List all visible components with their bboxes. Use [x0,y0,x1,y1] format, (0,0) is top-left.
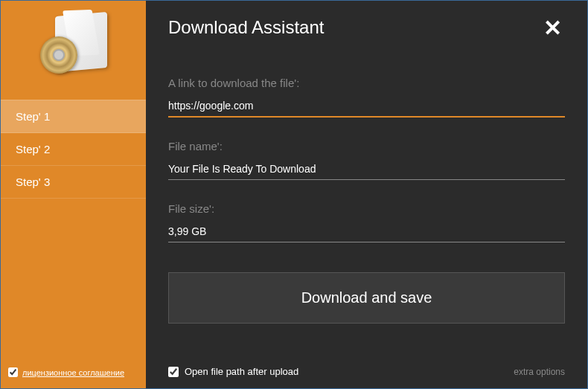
open-path-toggle[interactable]: Open file path after upload [168,366,298,377]
license-agreement: лицензионное соглашение [8,367,124,377]
steps-list: Step' 1 Step' 2 Step' 3 [1,100,146,199]
step-2[interactable]: Step' 2 [1,133,146,166]
license-checkbox[interactable] [8,367,18,377]
page-title: Download Assistant [168,17,324,38]
extra-options-link[interactable]: extra options [514,367,565,377]
bottom-row: Open file path after upload extra option… [168,366,565,377]
sidebar: Step' 1 Step' 2 Step' 3 лицензионное сог… [1,1,146,388]
filesize-label: File size': [168,202,565,215]
filename-field-group: File name': [168,140,565,180]
header: Download Assistant ✕ [168,17,565,39]
installer-icon [40,14,107,77]
filesize-input[interactable] [168,222,565,242]
step-1[interactable]: Step' 1 [1,100,146,133]
close-icon[interactable]: ✕ [540,17,565,39]
filesize-field-group: File size': [168,202,565,242]
link-label: A link to download the file': [168,77,565,89]
main-panel: Download Assistant ✕ A link to download … [146,1,587,388]
license-link[interactable]: лицензионное соглашение [22,368,124,377]
filename-input[interactable] [168,160,565,180]
link-input[interactable] [168,97,565,118]
filename-label: File name': [168,140,565,152]
open-path-checkbox[interactable] [168,367,179,377]
download-button[interactable]: Download and save [168,272,565,324]
download-form: A link to download the file': File name'… [168,77,565,324]
link-field-group: A link to download the file': [168,77,565,118]
step-3[interactable]: Step' 3 [1,166,146,199]
step-label: Step' 1 [16,110,50,123]
step-label: Step' 2 [16,143,50,155]
step-label: Step' 3 [16,176,50,188]
open-path-label: Open file path after upload [185,366,298,377]
